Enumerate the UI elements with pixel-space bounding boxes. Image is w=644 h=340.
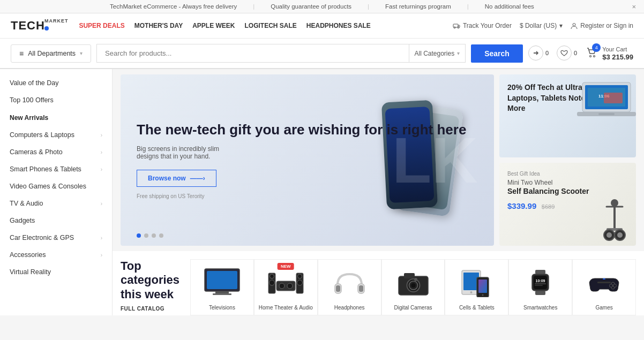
cart-btn[interactable]: 4 Your Cart $3 215.99 [585, 46, 633, 61]
svg-rect-40 [404, 273, 415, 278]
close-icon[interactable]: × [632, 3, 636, 11]
dot-active[interactable] [137, 233, 141, 238]
sidebar-item-cameras[interactable]: Cameras & Photo › [0, 143, 112, 161]
register-label: Register or Sign in [580, 22, 633, 29]
svg-rect-24 [215, 291, 229, 293]
category-cells[interactable]: Cells & Tablets [445, 259, 508, 315]
categories-dropdown[interactable]: All Categories ▾ [409, 44, 466, 62]
svg-point-6 [594, 55, 595, 57]
sidebar-item-smartphones[interactable]: Smart Phones & Tablets › [0, 161, 112, 178]
sidebar-item-tv-audio[interactable]: TV & Audio › [0, 195, 112, 212]
svg-rect-59 [597, 282, 611, 283]
svg-rect-25 [213, 293, 231, 295]
side-banner-2-price: $339.99 [507, 201, 536, 210]
side-banner-scooter[interactable]: Best Gift Idea Mini Two Wheel Self Balan… [499, 163, 636, 246]
currency-label: $ Dollar (US) [520, 22, 557, 29]
nav-headphones-sale[interactable]: HEADPHONES SALE [306, 22, 371, 29]
header: TECH MARKET SUPER DEALS MOTHER'S DAY APP… [0, 13, 644, 39]
laptop-image: 11:06 [574, 80, 636, 123]
full-catalog-link[interactable]: FULL CATALOG [121, 306, 182, 312]
side-banner-tech[interactable]: 20% Off Tech at Ultrabooks, Laptops, Tab… [499, 74, 636, 157]
sidebar-item-value-of-day[interactable]: Value of the Day [0, 74, 112, 92]
sidebar-item-top-100[interactable]: Top 100 Offers [0, 92, 112, 109]
truck-icon [453, 22, 460, 29]
svg-rect-51 [478, 279, 487, 293]
compare-icon [528, 46, 543, 61]
track-order[interactable]: Track Your Order [453, 22, 512, 29]
side-banner-2-product: Mini Two Wheel [507, 179, 628, 186]
side-banners: 20% Off Tech at Ultrabooks, Laptops, Tab… [499, 74, 636, 246]
top-categories-label: Top categories this week FULL CATALOG [121, 259, 190, 315]
svg-rect-38 [359, 285, 363, 292]
svg-rect-10 [598, 113, 615, 115]
chevron-right-icon: › [101, 167, 102, 172]
cart-area: 0 0 4 Your Cart $3 215.99 [528, 46, 633, 61]
side-banner-2-tag: Best Gift Idea [507, 171, 628, 177]
logo-market-text: MARKET [44, 19, 69, 24]
sidebar-item-video-games[interactable]: Video Games & Consoles [0, 178, 112, 195]
dot-4[interactable] [159, 233, 163, 238]
category-home-theater-label: Home Theater & Audio [259, 305, 313, 311]
nav-logitech-sale[interactable]: LOGITECH SALE [245, 22, 297, 29]
watch-icon: 10:09 [520, 268, 560, 297]
sidebar-item-accessories[interactable]: Accessories › [0, 246, 112, 263]
chevron-right-icon: › [101, 235, 102, 241]
announcement-item-2: Quality guarantee of products [271, 3, 351, 10]
currency-selector[interactable]: $ Dollar (US) ▾ [520, 22, 563, 29]
compare-count: 0 [545, 50, 549, 56]
dot-2[interactable] [144, 233, 148, 238]
sidebar: Value of the Day Top 100 Offers New Arri… [0, 69, 113, 315]
hero-dots [137, 233, 163, 238]
category-smartwatches[interactable]: 10:09 Smartwatches [508, 259, 572, 315]
header-right: Track Your Order $ Dollar (US) ▾ Registe… [453, 22, 633, 29]
svg-rect-37 [336, 285, 340, 292]
nav-apple-week[interactable]: APPLE WEEK [192, 22, 235, 29]
category-home-theater[interactable]: new [254, 259, 318, 315]
chevron-down-icon: ▾ [559, 22, 563, 29]
svg-text:10:09: 10:09 [536, 279, 545, 283]
svg-rect-53 [535, 291, 545, 295]
search-bar: ≡ All Departments ▾ All Categories ▾ Sea… [0, 39, 644, 69]
wishlist-btn[interactable]: 0 [557, 46, 577, 61]
register-signin[interactable]: Register or Sign in [571, 22, 633, 29]
svg-rect-57 [535, 283, 546, 284]
category-headphones[interactable]: Headphones [318, 259, 381, 315]
all-departments-btn[interactable]: ≡ All Departments ▾ [11, 44, 91, 63]
sidebar-item-gadgets[interactable]: Gadgets [0, 212, 112, 229]
new-badge: new [278, 263, 294, 270]
browse-now-button[interactable]: Browse now ——› [137, 170, 216, 187]
svg-point-3 [458, 27, 459, 28]
heart-icon [557, 46, 572, 61]
category-cameras[interactable]: Digital Cameras [381, 259, 445, 315]
cart-icon-wrap: 4 [585, 46, 598, 61]
bottom-section: Top categories this week FULL CATALOG Te [113, 251, 644, 315]
svg-point-27 [279, 283, 284, 289]
sidebar-section-new-arrivals: New Arrivals [0, 109, 112, 126]
hamburger-icon: ≡ [19, 49, 24, 58]
category-games[interactable]: Games [572, 259, 636, 315]
compare-btn[interactable]: 0 [528, 46, 549, 61]
svg-point-33 [297, 274, 302, 278]
sidebar-item-computers[interactable]: Computers & Laptops › [0, 126, 112, 143]
sidebar-item-virtual-reality[interactable]: Virtual Reality [0, 263, 112, 281]
svg-point-21 [611, 199, 618, 207]
sidebar-item-car-electronic[interactable]: Car Electronic & GPS › [0, 229, 112, 246]
games-icon [584, 268, 624, 297]
svg-rect-58 [535, 285, 543, 286]
nav-mothers-day[interactable]: MOTHER'S DAY [134, 22, 183, 29]
svg-point-28 [287, 283, 293, 289]
svg-point-50 [482, 294, 484, 296]
search-button[interactable]: Search [471, 44, 523, 63]
dot-3[interactable] [152, 233, 156, 238]
chevron-down-icon: ▾ [457, 50, 460, 56]
svg-rect-13 [604, 93, 623, 103]
audio-icon [266, 268, 306, 297]
scooter-image [590, 195, 636, 243]
track-order-label: Track Your Order [463, 22, 512, 29]
logo[interactable]: TECH MARKET [11, 19, 68, 33]
announcement-item-3: Fast returnings program [385, 3, 451, 10]
search-input[interactable] [97, 44, 408, 62]
category-televisions[interactable]: Televisions [190, 259, 254, 315]
nav-super-deals[interactable]: SUPER DEALS [79, 22, 124, 29]
hero-banner[interactable]: The new-tech gift you are wishing for is… [121, 74, 494, 246]
